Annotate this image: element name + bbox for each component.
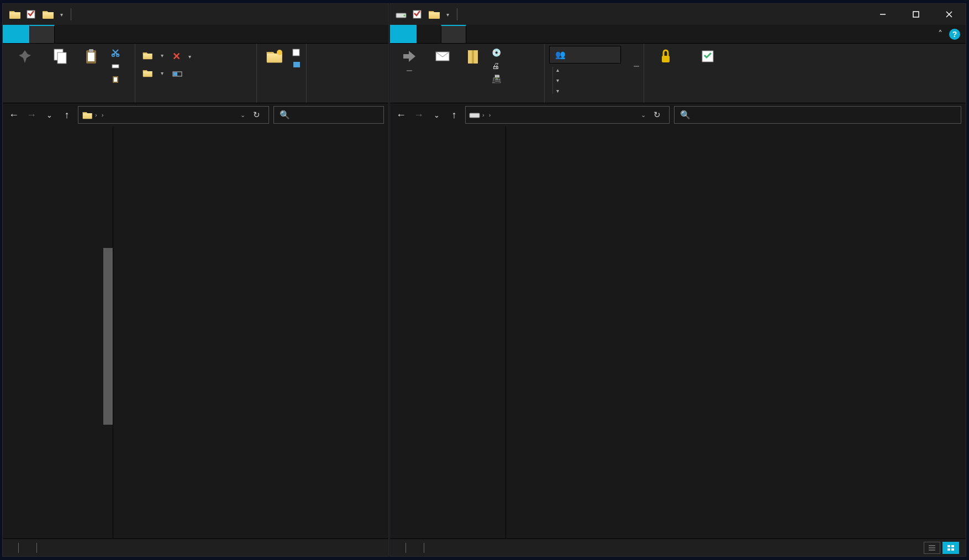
copy-path-icon [111,61,120,70]
scissors-icon [111,48,120,57]
disc-icon: 💿 [492,48,501,57]
drive-icon [396,10,407,19]
collapse-ribbon-button[interactable]: ˄ [938,29,942,39]
scroll-up-icon[interactable]: ▴ [556,67,639,73]
recent-dropdown[interactable]: ⌄ [430,108,443,121]
content-pane[interactable] [113,126,388,538]
cut-button[interactable] [109,47,125,58]
back-button[interactable]: ← [394,108,408,121]
scroll-down-icon[interactable]: ▾ [556,77,639,83]
file-tab[interactable] [390,25,417,43]
up-button[interactable]: ↑ [60,108,73,121]
fax-button[interactable]: 📠 [489,73,507,84]
burn-to-disc-button[interactable]: 💿 [489,47,507,58]
close-button[interactable] [933,4,966,25]
folder-icon [8,8,20,20]
file-tab[interactable] [3,25,29,43]
move-to-button[interactable]: ▾ [140,49,166,61]
help-button[interactable]: ? [949,29,960,40]
menu-bar [3,25,388,44]
zip-button[interactable] [461,46,485,68]
chevron-down-icon[interactable]: ⌄ [641,112,646,119]
new-item-icon[interactable] [292,48,302,57]
copy-path-button[interactable] [109,60,125,71]
ribbon-home: ▾ ▾ ✕▾ [3,44,388,103]
tab-home[interactable] [417,25,441,43]
refresh-button[interactable]: ↻ [648,110,666,120]
chevron-down-icon[interactable]: ⌄ [240,112,245,119]
content-pane[interactable] [506,126,966,538]
share-icon [401,47,418,66]
folder-icon[interactable] [41,8,54,20]
easy-access-icon[interactable] [292,60,302,69]
print-button[interactable]: 🖨 [489,60,507,71]
tab-home[interactable] [29,25,55,43]
tab-view[interactable] [466,25,491,43]
ribbon-share: 💿 🖨 📠 👥 ▴ ▾ ▾ [390,44,966,103]
search-icon: 🔍 [680,110,691,120]
back-button[interactable]: ← [7,108,20,121]
svg-rect-20 [913,12,919,17]
delete-icon: ✕ [172,50,181,62]
recent-dropdown[interactable]: ⌄ [43,108,56,121]
icons-view-button[interactable] [942,542,959,554]
svg-rect-12 [173,72,177,76]
titlebar[interactable]: ▾ [3,4,388,25]
scrollbar-thumb[interactable] [103,248,113,425]
remove-access-button[interactable] [649,46,683,68]
paste-shortcut-button[interactable] [109,73,125,84]
svg-rect-14 [293,49,299,56]
drive-icon [469,111,480,119]
explorer-window-right: ▾ ˄ ? [389,3,966,557]
maximize-button[interactable] [899,4,933,25]
specific-people-button[interactable]: 👥 [549,46,621,64]
folder-icon [142,50,153,60]
refresh-button[interactable]: ↻ [247,110,265,120]
delete-button[interactable]: ✕▾ [170,49,193,64]
search-input[interactable]: 🔍 [674,106,961,124]
nav-tree[interactable] [390,126,506,538]
properties-icon[interactable] [412,9,422,19]
svg-rect-5 [89,49,93,52]
svg-rect-10 [114,77,117,82]
rename-button[interactable] [170,69,193,79]
expand-icon[interactable]: ▾ [556,88,639,94]
nav-tree[interactable] [3,126,113,538]
zip-icon [466,47,480,66]
pin-to-quick-access-button[interactable] [7,46,43,68]
svg-rect-15 [293,62,300,67]
share-button[interactable] [394,46,424,71]
svg-rect-30 [947,545,950,547]
svg-rect-8 [112,65,119,68]
explorer-window-left: ▾ [2,3,389,557]
address-bar[interactable]: › › ⌄ ↻ [78,106,269,124]
tab-view[interactable] [79,25,103,43]
tab-share[interactable] [55,25,79,43]
details-view-button[interactable] [924,542,940,554]
address-bar[interactable]: › › ⌄ ↻ [465,106,670,124]
folder-icon[interactable] [428,8,440,20]
copy-to-button[interactable]: ▾ [140,67,166,79]
folder-icon [82,110,93,120]
email-button[interactable] [429,46,456,68]
qat-dropdown-icon[interactable]: ▾ [60,12,63,18]
paste-icon [85,47,98,66]
paste-button[interactable] [78,46,104,68]
tab-share[interactable] [441,25,466,43]
up-button[interactable]: ↑ [447,108,461,121]
new-folder-button[interactable] [261,46,287,68]
qat-dropdown-icon[interactable]: ▾ [446,12,449,18]
forward-button[interactable]: → [412,108,425,121]
forward-button[interactable]: → [25,108,38,121]
properties-icon[interactable] [26,9,36,19]
advanced-security-button[interactable] [687,46,728,68]
paste-shortcut-icon [111,75,120,83]
minimize-button[interactable] [866,4,899,25]
copy-button[interactable] [47,46,73,68]
search-input[interactable]: 🔍 [273,106,384,124]
rename-icon [172,70,182,78]
svg-point-17 [404,15,405,17]
titlebar[interactable]: ▾ [390,4,966,25]
menu-bar: ˄ ? [390,25,966,44]
search-icon: 🔍 [280,110,290,120]
